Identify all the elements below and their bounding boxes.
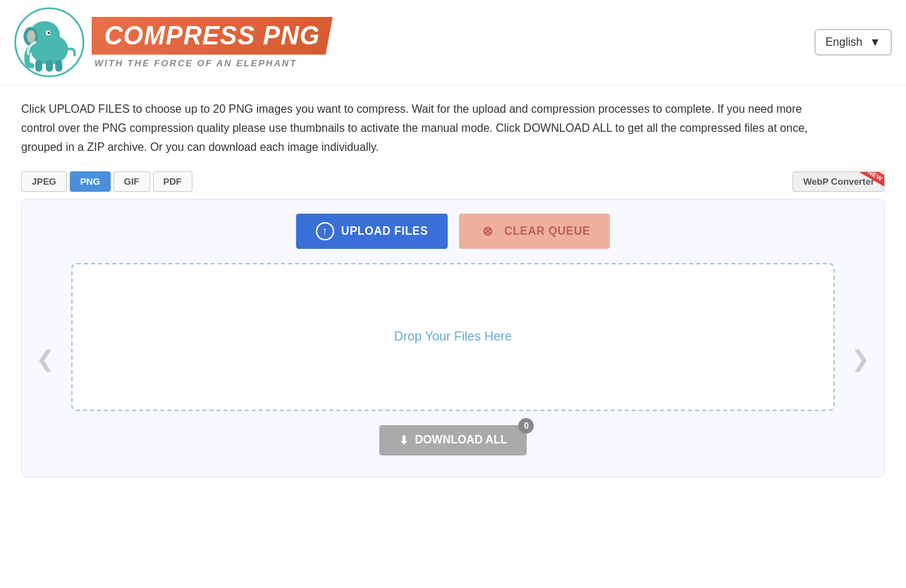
tabs-left: JPEG PNG GIF PDF — [21, 171, 192, 192]
download-icon: ⬇ — [399, 434, 408, 447]
webp-converter-label: WebP Converter — [803, 176, 874, 187]
elephant-logo-icon — [14, 7, 85, 78]
logo-area: COMPRESS PNG WITH THE FORCE OF AN ELEPHA… — [14, 7, 333, 78]
drop-zone[interactable]: Drop Your Files Here — [71, 263, 835, 411]
carousel-left-arrow[interactable]: ❮ — [29, 345, 62, 372]
clear-queue-button[interactable]: ⊗ CLEAR QUEUE — [459, 214, 610, 249]
upload-icon: ↑ — [316, 222, 334, 240]
header: COMPRESS PNG WITH THE FORCE OF AN ELEPHA… — [0, 0, 906, 85]
download-count-badge: 0 — [518, 418, 534, 434]
download-row: ⬇ DOWNLOAD ALL 0 — [29, 425, 877, 455]
tab-pdf[interactable]: PDF — [153, 171, 192, 192]
svg-point-4 — [27, 30, 35, 43]
clear-icon: ⊗ — [479, 222, 497, 240]
tab-jpeg[interactable]: JPEG — [21, 171, 67, 192]
svg-point-6 — [48, 32, 50, 34]
tool-area: ❮ ↑ UPLOAD FILES ⊗ CLEAR QUEUE Drop Your… — [21, 199, 885, 477]
drop-zone-text: Drop Your Files Here — [394, 329, 512, 344]
svg-rect-9 — [55, 60, 62, 72]
svg-rect-7 — [35, 60, 42, 72]
logo-text-area: COMPRESS PNG WITH THE FORCE OF AN ELEPHA… — [92, 17, 333, 68]
download-all-button[interactable]: ⬇ DOWNLOAD ALL 0 — [379, 425, 527, 455]
upload-button-label: UPLOAD FILES — [341, 225, 428, 238]
language-label: English — [826, 36, 862, 49]
buttons-row: ↑ UPLOAD FILES ⊗ CLEAR QUEUE — [29, 214, 877, 249]
description-text: Click UPLOAD FILES to choose up to 20 PN… — [0, 85, 846, 164]
chevron-down-icon: ▼ — [869, 36, 881, 49]
carousel-right-arrow[interactable]: ❯ — [844, 345, 877, 372]
logo-subtitle: WITH THE FORCE OF AN ELEPHANT — [92, 58, 333, 68]
logo-title: COMPRESS PNG — [92, 17, 333, 55]
svg-rect-8 — [46, 60, 53, 72]
tab-gif[interactable]: GIF — [114, 171, 150, 192]
webp-converter-button[interactable]: WebP Converter NEW — [792, 171, 885, 192]
upload-files-button[interactable]: ↑ UPLOAD FILES — [296, 214, 448, 249]
clear-button-label: CLEAR QUEUE — [504, 225, 590, 238]
tabs-row: JPEG PNG GIF PDF WebP Converter NEW — [0, 171, 906, 192]
language-selector[interactable]: English ▼ — [814, 29, 892, 56]
download-button-label: DOWNLOAD ALL — [415, 434, 508, 446]
tab-png[interactable]: PNG — [70, 171, 111, 192]
